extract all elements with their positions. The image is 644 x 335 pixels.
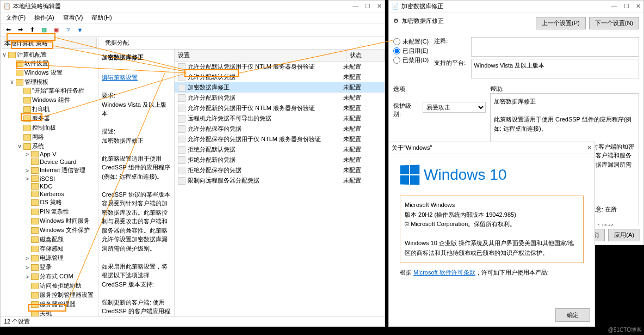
content-pane: 凭据分配 加密数据库修正 编辑策略设置 要求: Windows Vista 及以… bbox=[98, 36, 385, 316]
radio-notconfigured[interactable]: 未配置(C) bbox=[393, 37, 429, 46]
list-row[interactable]: 远程机允许凭据不可导出的凭据未配置 bbox=[175, 113, 385, 124]
tree-item[interactable]: 电源管理 bbox=[40, 254, 64, 262]
tree-wincomp[interactable]: Windows 组件 bbox=[32, 96, 70, 104]
product-name: Microsoft Windows bbox=[405, 200, 579, 210]
close-button[interactable]: ✕ bbox=[587, 144, 592, 151]
tree-printer[interactable]: 打印机 bbox=[32, 105, 50, 113]
setting-state: 未配置 bbox=[343, 125, 381, 133]
policy-title: 加密数据库修正 bbox=[401, 2, 611, 10]
gpedit-titlebar: 📋 本地组策略编辑器 — ☐ ✕ bbox=[1, 1, 385, 13]
radio-enabled[interactable]: 已启用(E) bbox=[393, 46, 429, 56]
list-row[interactable]: 拒绝分配默认凭据未配置 bbox=[175, 144, 385, 155]
list-row[interactable]: 允许分配默认凭据未配置 bbox=[175, 72, 385, 82]
menu-file[interactable]: 文件(F) bbox=[3, 13, 29, 23]
tree-server[interactable]: 服务器 bbox=[32, 114, 50, 123]
about-title: 关于"Windows" bbox=[392, 144, 587, 152]
setting-name: 拒绝分配保存的凭据 bbox=[188, 166, 343, 174]
list-row[interactable]: 拒绝分配保存的凭据未配置 bbox=[175, 165, 385, 175]
list-row[interactable]: 限制向远程服务器分配凭据未配置 bbox=[175, 175, 385, 186]
tree-item[interactable]: Device Guard bbox=[40, 159, 76, 165]
tree-admin[interactable]: 管理模板 bbox=[24, 78, 48, 86]
tree-header[interactable]: 本地计算机 策略 bbox=[2, 38, 97, 49]
setting-name: 允许分配新的凭据 bbox=[188, 94, 343, 102]
tree-item[interactable]: 关机 bbox=[40, 309, 52, 316]
tree-software[interactable]: 软件设置 bbox=[24, 59, 48, 68]
expand-icon[interactable]: ∨ bbox=[2, 51, 7, 58]
tree-item[interactable]: PIN 复杂性 bbox=[40, 208, 69, 216]
col-setting[interactable]: 设置 bbox=[175, 50, 346, 61]
desc-label: 描述: bbox=[102, 127, 171, 136]
tree-item[interactable]: 服务控制管理器设置 bbox=[40, 291, 94, 299]
maximize-button[interactable]: ☐ bbox=[624, 3, 629, 10]
menu-help[interactable]: 帮助(H) bbox=[88, 13, 115, 23]
tree-item[interactable]: Internet 通信管理 bbox=[40, 166, 85, 174]
list-row[interactable]: 允许分配保存的凭据未配置 bbox=[175, 124, 385, 134]
tree-item[interactable]: KDC bbox=[40, 183, 52, 190]
close-button[interactable]: ✕ bbox=[636, 3, 641, 10]
setting-state: 未配置 bbox=[343, 63, 381, 71]
tree-item[interactable]: Kerberos bbox=[40, 191, 64, 197]
tree-computer-config[interactable]: 计算机配置 bbox=[17, 51, 47, 59]
setting-name: 允许分配保存的凭据用于仅 NTLM 服务器身份验证 bbox=[188, 135, 343, 143]
menu-view[interactable]: 查看(V) bbox=[60, 13, 86, 23]
setting-icon bbox=[178, 105, 185, 112]
ok-button[interactable]: 确定 bbox=[555, 308, 590, 322]
col-state[interactable]: 状态 bbox=[346, 50, 385, 61]
setting-state: 未配置 bbox=[343, 166, 381, 174]
help-button[interactable]: ? bbox=[63, 25, 73, 35]
setting-icon bbox=[178, 156, 185, 164]
edit-policy-link[interactable]: 编辑策略设置 bbox=[102, 74, 138, 81]
back-button[interactable]: ⬅ bbox=[3, 25, 14, 35]
list-row[interactable]: 允许分配新的凭据未配置 bbox=[175, 93, 385, 103]
filter-button[interactable]: ▼ bbox=[75, 25, 85, 35]
tree-item[interactable]: 磁盘配额 bbox=[40, 235, 64, 243]
close-button[interactable]: ✕ bbox=[377, 3, 382, 10]
tree-item[interactable]: Windows 文件保护 bbox=[40, 226, 90, 234]
up-button[interactable]: ⬆ bbox=[27, 25, 38, 35]
forward-button[interactable]: ➡ bbox=[15, 25, 26, 35]
list-row[interactable]: 允许分配保存的凭据用于仅 NTLM 服务器身份验证未配置 bbox=[175, 134, 385, 144]
policy-tree[interactable]: 本地计算机 策略 ∨计算机配置 软件设置 Windows 设置 ∨管理模板 "开… bbox=[1, 36, 98, 316]
tree-ctrlpanel[interactable]: 控制面板 bbox=[32, 124, 56, 132]
minimize-button[interactable]: — bbox=[352, 3, 358, 10]
comment-field[interactable] bbox=[471, 37, 639, 57]
statusbar: 12 个设置 bbox=[1, 316, 385, 326]
tree-network[interactable]: 网络 bbox=[32, 133, 44, 141]
info-pane: 加密数据库修正 编辑策略设置 要求: Windows Vista 及以上版本 描… bbox=[98, 50, 175, 316]
setting-state: 未配置 bbox=[343, 135, 381, 143]
tree-item[interactable]: Windows 时间服务 bbox=[40, 217, 90, 225]
tree-windows[interactable]: Windows 设置 bbox=[24, 69, 63, 77]
prev-setting-button[interactable]: 上一个设置(P) bbox=[536, 17, 586, 29]
license-link[interactable]: Microsoft 软件许可条款 bbox=[413, 269, 475, 276]
tree-item[interactable]: 服务器管理器 bbox=[40, 300, 76, 308]
setting-icon bbox=[178, 115, 185, 123]
setting-name: 允许分配默认凭据用于仅 NTLM 服务器身份验证 bbox=[188, 63, 343, 71]
list-row[interactable]: 允许分配默认凭据用于仅 NTLM 服务器身份验证未配置 bbox=[175, 62, 385, 72]
tree-system[interactable]: 系统 bbox=[32, 142, 44, 150]
maximize-button[interactable]: ☐ bbox=[365, 3, 370, 10]
list-row[interactable]: 允许分配新的凭据用于仅 NTLM 服务器身份验证未配置 bbox=[175, 103, 385, 113]
setting-icon bbox=[178, 136, 185, 143]
tree-item[interactable]: 分布式 COM bbox=[40, 272, 73, 281]
options-label: 选项: bbox=[393, 85, 486, 93]
tree-item[interactable]: App-V bbox=[40, 151, 57, 157]
menu-action[interactable]: 操作(A) bbox=[31, 13, 58, 23]
tree-start[interactable]: "开始"菜单和任务栏 bbox=[32, 87, 84, 95]
show-hide-button[interactable]: ▦ bbox=[39, 25, 49, 35]
policy-app-icon: 📄 bbox=[392, 3, 399, 10]
tree-item[interactable]: 存储感知 bbox=[40, 245, 64, 253]
tree-item[interactable]: 访问被拒绝协助 bbox=[40, 282, 82, 290]
export-button[interactable]: ▣ bbox=[51, 25, 61, 35]
setting-name: 限制向远程服务器分配凭据 bbox=[188, 176, 343, 185]
tree-item[interactable]: 登录 bbox=[40, 263, 52, 271]
radio-disabled[interactable]: 已禁用(D) bbox=[393, 56, 429, 65]
policy-titlebar: 📄 加密数据库修正 —☐✕ bbox=[389, 1, 643, 13]
next-setting-button[interactable]: 下一个设置(N) bbox=[589, 17, 639, 29]
minimize-button[interactable]: — bbox=[611, 3, 617, 10]
tree-item[interactable]: iSCSI bbox=[40, 175, 55, 182]
protection-level-select[interactable]: 易受攻击 bbox=[423, 102, 486, 113]
list-row[interactable]: 加密数据库修正未配置 bbox=[175, 82, 385, 93]
tree-item[interactable]: OS 策略 bbox=[40, 198, 62, 206]
apply-button[interactable]: 应用(A) bbox=[608, 229, 640, 241]
list-row[interactable]: 拒绝分配新的凭据未配置 bbox=[175, 155, 385, 165]
